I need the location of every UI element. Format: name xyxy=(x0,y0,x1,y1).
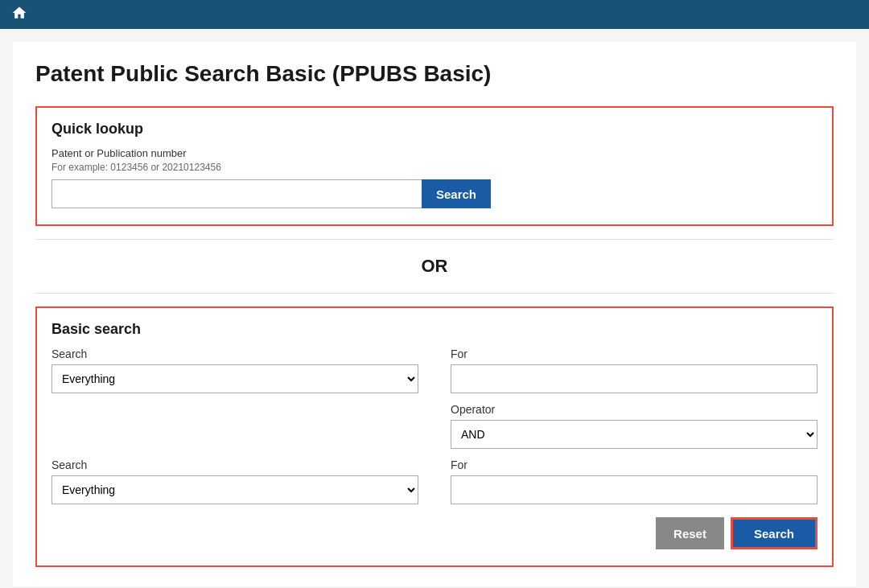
search-select-2[interactable]: Everything Title Abstract Claims Descrip… xyxy=(51,475,418,504)
for-label-2: For xyxy=(451,458,818,471)
quick-lookup-section: Quick lookup Patent or Publication numbe… xyxy=(35,106,834,226)
empty-spacer xyxy=(51,403,418,449)
action-buttons-row: Reset Search xyxy=(51,517,818,549)
operator-label: Operator xyxy=(451,403,818,416)
patent-number-label: Patent or Publication number xyxy=(51,147,818,159)
quick-lookup-heading: Quick lookup xyxy=(51,121,818,138)
quick-lookup-search-button[interactable]: Search xyxy=(422,179,491,208)
for-field-group-1: For xyxy=(451,347,818,393)
quick-lookup-row: Search xyxy=(51,179,818,208)
main-content: Patent Public Search Basic (PPUBS Basic)… xyxy=(13,42,856,586)
basic-search-row2: Search Everything Title Abstract Claims … xyxy=(51,458,818,504)
home-icon xyxy=(11,5,27,21)
basic-search-row1: Search Everything Title Abstract Claims … xyxy=(51,347,818,449)
search-field-group-2: Search Everything Title Abstract Claims … xyxy=(51,458,418,504)
search-label-2: Search xyxy=(51,458,418,471)
home-link[interactable] xyxy=(11,5,27,24)
for-label-1: For xyxy=(451,347,818,360)
reset-button[interactable]: Reset xyxy=(656,517,724,549)
search-field-group-1: Search Everything Title Abstract Claims … xyxy=(51,347,418,393)
operator-field-group: Operator AND OR NOT xyxy=(451,403,818,449)
for-input-2[interactable] xyxy=(451,475,818,504)
patent-number-hint: For example: 0123456 or 20210123456 xyxy=(51,162,818,173)
or-divider: OR xyxy=(35,239,834,294)
patent-number-input[interactable] xyxy=(51,179,422,208)
basic-search-section: Basic search Search Everything Title Abs… xyxy=(35,306,834,567)
for-field-group-2: For xyxy=(451,458,818,504)
search-select-1[interactable]: Everything Title Abstract Claims Descrip… xyxy=(51,364,418,393)
top-nav-bar xyxy=(0,0,869,29)
search-label-1: Search xyxy=(51,347,418,360)
or-text: OR xyxy=(422,256,448,276)
operator-select[interactable]: AND OR NOT xyxy=(451,420,818,449)
basic-search-button[interactable]: Search xyxy=(731,517,818,549)
page-title: Patent Public Search Basic (PPUBS Basic) xyxy=(35,61,834,87)
for-input-1[interactable] xyxy=(451,364,818,393)
basic-search-heading: Basic search xyxy=(51,321,818,338)
